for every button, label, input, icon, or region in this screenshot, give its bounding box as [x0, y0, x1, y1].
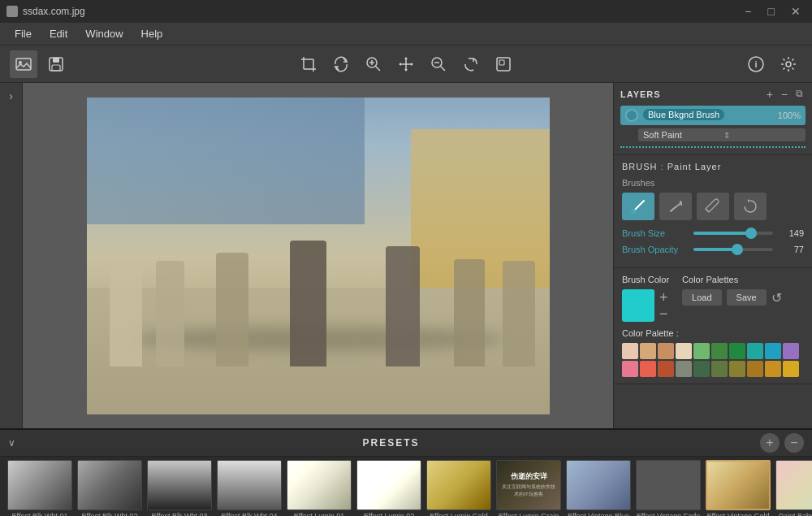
brush-size-thumb[interactable] — [745, 228, 757, 239]
info-button[interactable]: i — [742, 50, 770, 78]
layers-buttons: + − ⧉ — [764, 88, 806, 101]
remove-layer-button[interactable]: − — [779, 88, 790, 101]
palette-cell[interactable] — [729, 361, 745, 377]
color-add-button[interactable]: + — [659, 290, 668, 305]
zoom-out-button[interactable] — [425, 50, 452, 78]
left-collapse-button[interactable]: › — [9, 89, 13, 102]
duplicate-layer-button[interactable]: ⧉ — [793, 88, 806, 101]
brush-paint-button[interactable] — [622, 193, 654, 220]
layer-visibility-circle[interactable] — [625, 109, 638, 122]
brush-opacity-slider[interactable] — [693, 248, 773, 251]
palette-cell[interactable] — [765, 343, 781, 359]
palette-cell[interactable] — [676, 361, 692, 377]
palette-cell[interactable] — [640, 343, 656, 359]
svg-rect-23 — [499, 60, 504, 65]
preset-item[interactable]: Effect Blk Wht 01 — [6, 460, 73, 516]
add-preset-button[interactable]: + — [760, 433, 780, 453]
preset-item[interactable]: Effect Blk Wht 04 — [216, 460, 283, 516]
palette-cell[interactable] — [765, 361, 781, 377]
palette-cell[interactable] — [622, 361, 638, 377]
brush-size-label: Brush Size — [622, 228, 687, 238]
blend-mode-dropdown[interactable]: Soft Paint ⇕ — [638, 128, 806, 141]
add-layer-button[interactable]: + — [764, 88, 775, 101]
menubar: File Edit Window Help — [0, 23, 812, 46]
svg-line-28 — [706, 209, 709, 212]
zoom-in-button[interactable] — [360, 50, 387, 78]
palette-cell[interactable] — [658, 361, 674, 377]
preset-label: Effect Blk Wht 04 — [222, 512, 278, 516]
palette-cell[interactable] — [640, 361, 656, 377]
close-button[interactable]: ✕ — [786, 3, 806, 20]
preset-item[interactable]: Effect Vintage Fade — [635, 460, 702, 516]
brush-size-row: Brush Size 149 — [622, 228, 804, 238]
palette-cell[interactable] — [747, 361, 763, 377]
save-palette-button[interactable]: Save — [727, 289, 767, 306]
menu-edit[interactable]: Edit — [41, 24, 76, 43]
preset-item[interactable]: 伤逝的安详 关注互联网与系统软件技术的IT玩推客 Effect Lumin Gr… — [495, 460, 562, 516]
palette-cell[interactable] — [747, 343, 763, 359]
color-swatch[interactable] — [622, 289, 654, 322]
crop-tool-button[interactable] — [295, 50, 322, 78]
svg-point-27 — [631, 209, 636, 214]
brush-opacity-thumb[interactable] — [732, 244, 743, 255]
palette-label2: Color Palette : — [622, 328, 804, 338]
preset-thumb — [706, 460, 771, 510]
palette-cell[interactable] — [676, 343, 692, 359]
presets-collapse-button[interactable]: ∨ — [8, 437, 15, 449]
settings-button[interactable] — [775, 50, 802, 78]
preset-thumb: 伤逝的安详 关注互联网与系统软件技术的IT玩推客 — [496, 460, 561, 510]
preset-item[interactable]: Effect Lumin 02 — [356, 460, 422, 516]
brush-refresh-button[interactable] — [734, 193, 767, 220]
menu-window[interactable]: Window — [77, 24, 131, 43]
save-tool-button[interactable] — [42, 50, 70, 78]
move-button[interactable] — [392, 50, 420, 78]
brush-size-slider[interactable] — [693, 232, 773, 235]
palette-cell[interactable] — [783, 343, 799, 359]
svg-marker-17 — [399, 63, 401, 66]
palette-buttons: Load Save ↺ — [682, 289, 782, 306]
layer-opacity: 100% — [778, 111, 801, 120]
layer-name-badge: Blue Bkgnd Brush — [643, 109, 724, 120]
brushes-row — [622, 193, 804, 220]
layer-row[interactable]: Blue Bkgnd Brush 100% — [620, 106, 806, 125]
palette-cell[interactable] — [693, 343, 710, 359]
brush-smear-button[interactable] — [659, 193, 692, 220]
load-palette-button[interactable]: Load — [682, 289, 721, 306]
color-palettes-group: Color Palettes Load Save ↺ — [682, 275, 782, 322]
palette-cell[interactable] — [622, 343, 638, 359]
preset-item[interactable]: Effect Blk Wht 02 — [76, 460, 143, 516]
brush-dropper-button[interactable] — [697, 193, 729, 220]
preset-item[interactable]: Effect Lumin 01 — [286, 460, 352, 516]
palette-cell[interactable] — [658, 343, 674, 359]
image-tool-button[interactable] — [10, 50, 37, 78]
palette-cell[interactable] — [693, 361, 710, 377]
palette-cell[interactable] — [783, 361, 799, 377]
preset-item[interactable]: Paint Baby Colors — [775, 460, 812, 516]
remove-preset-button[interactable]: − — [784, 433, 804, 453]
svg-rect-4 — [52, 65, 60, 71]
palette-cell[interactable] — [711, 343, 728, 359]
minimize-button[interactable]: − — [740, 3, 756, 20]
palette-cell[interactable] — [711, 361, 728, 377]
preset-thumb — [356, 460, 421, 510]
color-subtract-button[interactable]: − — [659, 306, 668, 321]
export-button[interactable] — [490, 50, 517, 78]
palette-grid — [622, 343, 804, 377]
brush-color-label: Brush Color — [622, 275, 669, 284]
menu-help[interactable]: Help — [133, 24, 171, 43]
redo-button[interactable] — [457, 50, 485, 78]
brush-size-fill — [693, 232, 751, 235]
preset-item-selected[interactable]: Effect Vintage Gold — [705, 460, 771, 516]
layers-section: LAYERS + − ⧉ Blue Bkgnd Brush 100% Soft … — [614, 83, 812, 155]
preset-item[interactable]: Effect Vintage Blue — [565, 460, 632, 516]
preset-label: Effect Lumin Gold — [430, 512, 487, 516]
rotate-tool-button[interactable] — [327, 50, 355, 78]
maximize-button[interactable]: □ — [763, 3, 780, 20]
canvas-area[interactable] — [23, 83, 613, 428]
preset-item[interactable]: Effect Lumin Gold — [425, 460, 492, 516]
color-section: Brush Color + − Color Palettes Load — [614, 268, 812, 384]
palette-cell[interactable] — [729, 343, 745, 359]
menu-file[interactable]: File — [6, 24, 40, 43]
preset-item[interactable]: Effect Blk Wht 03 — [146, 460, 213, 516]
refresh-palette-button[interactable]: ↺ — [771, 290, 782, 306]
